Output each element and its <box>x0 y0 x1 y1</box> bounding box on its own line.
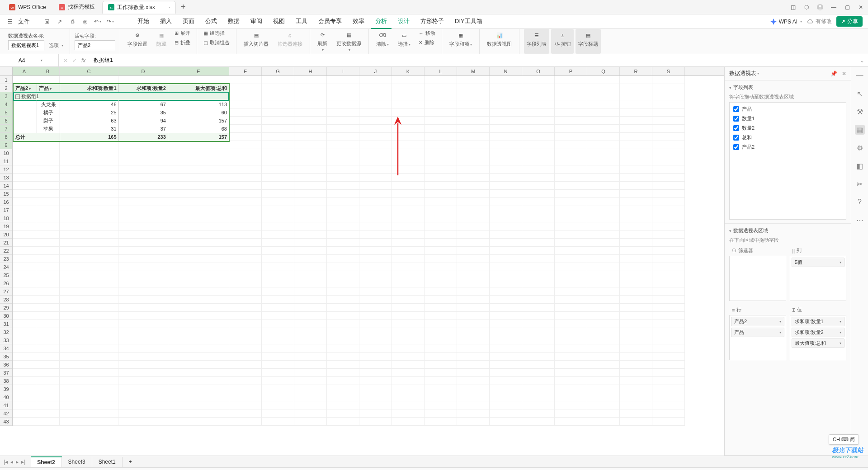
row-header[interactable]: 7 <box>0 125 12 133</box>
export-icon[interactable]: ↗ <box>55 17 64 26</box>
row-header[interactable]: 41 <box>0 401 12 409</box>
row-header[interactable]: 3 <box>0 92 12 100</box>
row-header[interactable]: 40 <box>0 393 12 401</box>
tab-template[interactable]: D 找稻壳模板 <box>53 1 100 14</box>
area-item[interactable]: 求和项:数量2▾ <box>792 328 845 337</box>
row-header[interactable]: 18 <box>0 214 12 222</box>
row-header[interactable]: 11 <box>0 157 12 165</box>
expand-button[interactable]: ⊞ 展开 <box>173 29 192 38</box>
sheet-last-icon[interactable]: ▸| <box>21 459 25 465</box>
area-item[interactable]: 产品▾ <box>731 328 784 337</box>
field-checkbox[interactable] <box>733 106 739 112</box>
undo-icon[interactable]: ↶▾ <box>93 17 102 26</box>
row-header[interactable]: 13 <box>0 174 12 182</box>
menu-tab-data[interactable]: 数据 <box>223 14 244 29</box>
col-header[interactable]: K <box>392 67 425 75</box>
close-panel-icon[interactable]: ✕ <box>842 70 846 77</box>
cursor-icon[interactable]: ↖ <box>855 89 865 99</box>
row-header[interactable]: 10 <box>0 149 12 157</box>
area-item[interactable]: 最大值项:总和▾ <box>792 338 845 348</box>
tab-wps-office[interactable]: W WPS Office <box>4 1 52 14</box>
col-header[interactable]: D <box>118 67 168 75</box>
spreadsheet[interactable]: ABCDEFGHIJKLMNOPQRS 12345678910111213141… <box>0 67 724 456</box>
col-header[interactable]: R <box>620 67 652 75</box>
row-header[interactable]: 19 <box>0 222 12 230</box>
col-header[interactable]: S <box>652 67 685 75</box>
row-header[interactable]: 5 <box>0 108 12 117</box>
refresh-button[interactable]: ⟳刷新▾ <box>315 29 330 54</box>
name-box-dropdown[interactable]: ▾ <box>41 58 42 62</box>
col-header[interactable]: I <box>327 67 359 75</box>
row-header[interactable]: 32 <box>0 328 12 336</box>
value-area[interactable]: 求和项:数量1▾求和项:数量2▾最大值项:总和▾ <box>790 315 847 360</box>
col-header[interactable]: G <box>262 67 294 75</box>
row-header[interactable]: 26 <box>0 279 12 287</box>
group-select-button[interactable]: ▦ 组选择 <box>202 29 231 38</box>
col-header[interactable]: P <box>555 67 587 75</box>
row-header[interactable]: 6 <box>0 117 12 125</box>
formula-input[interactable] <box>90 57 856 64</box>
row-header[interactable]: 36 <box>0 361 12 369</box>
col-header[interactable]: E <box>168 67 229 75</box>
row-header[interactable]: 29 <box>0 304 12 312</box>
close-icon[interactable]: ✕ <box>857 4 864 11</box>
menu-tab-view[interactable]: 视图 <box>269 14 289 29</box>
filter-area[interactable] <box>729 256 786 301</box>
col-header[interactable]: F <box>229 67 262 75</box>
pin-icon[interactable]: 📌 <box>830 70 837 77</box>
menu-tab-tools[interactable]: 工具 <box>291 14 312 29</box>
delete-button[interactable]: ✕ 删除 <box>417 38 437 47</box>
area-item[interactable]: 求和项:数量1▾ <box>792 317 845 326</box>
move-button[interactable]: ↔ 移动 <box>417 29 437 38</box>
row-header[interactable]: 17 <box>0 206 12 214</box>
collapse-sidebar-icon[interactable]: — <box>855 70 865 80</box>
col-header[interactable]: O <box>522 67 555 75</box>
row-area[interactable]: 产品2▾产品▾ <box>729 315 786 360</box>
field-list-button[interactable]: ☰字段列表 <box>524 29 549 54</box>
row-header[interactable]: 12 <box>0 165 12 174</box>
options-button[interactable]: 选项▾ <box>47 41 65 50</box>
field-checkbox[interactable] <box>733 116 739 122</box>
field-item[interactable]: 数量1 <box>731 114 844 123</box>
pivot-header-product2[interactable]: 产品2▾ <box>14 84 37 92</box>
row-header[interactable]: 42 <box>0 409 12 418</box>
row-header[interactable]: 24 <box>0 263 12 271</box>
pivot-group-cell[interactable]: −数据组1 <box>14 92 229 100</box>
row-header[interactable]: 28 <box>0 296 12 304</box>
box-icon[interactable]: ⬡ <box>803 4 810 11</box>
col-header[interactable]: L <box>425 67 457 75</box>
maximize-icon[interactable]: ▢ <box>844 4 851 11</box>
fields-items-button[interactable]: ▦字段和项▾ <box>447 29 475 54</box>
row-header[interactable]: 43 <box>0 418 12 426</box>
hamburger-icon[interactable]: ☰ <box>5 17 14 26</box>
cancel-fx-icon[interactable]: ✕ <box>63 57 68 64</box>
row-header[interactable]: 15 <box>0 190 12 198</box>
col-header[interactable]: N <box>490 67 522 75</box>
pivot-panel-icon[interactable]: ▦ <box>855 125 865 135</box>
column-area[interactable]: Σ值▾ <box>790 256 847 301</box>
pivot-name-input[interactable] <box>8 40 44 50</box>
field-checkbox[interactable] <box>733 125 739 131</box>
col-header[interactable]: Q <box>587 67 620 75</box>
col-header[interactable]: A <box>13 67 36 75</box>
clear-button[interactable]: ⌫清除▾ <box>373 29 392 54</box>
row-header[interactable]: 9 <box>0 141 12 149</box>
menu-tab-page[interactable]: 页面 <box>178 14 199 29</box>
sheet-tab-sheet3[interactable]: Sheet3 <box>62 457 92 467</box>
menu-tab-review[interactable]: 审阅 <box>246 14 267 29</box>
menu-tab-member[interactable]: 会员专享 <box>314 14 346 29</box>
field-setting-button[interactable]: ⚙字段设置 <box>125 29 150 54</box>
row-header[interactable]: 33 <box>0 336 12 344</box>
sheet-add-button[interactable]: + <box>123 457 138 467</box>
row-header[interactable]: 14 <box>0 182 12 190</box>
field-item[interactable]: 产品2 <box>731 142 844 152</box>
row-header[interactable]: 23 <box>0 255 12 263</box>
menu-tab-square[interactable]: 方形格子 <box>416 14 448 29</box>
share-button[interactable]: ↗ 分享 <box>836 16 863 27</box>
field-list[interactable]: 产品数量1数量2总和产品2 <box>729 102 846 220</box>
active-field-input[interactable] <box>75 40 115 50</box>
menu-tab-start[interactable]: 开始 <box>133 14 154 29</box>
menu-tab-efficiency[interactable]: 效率 <box>348 14 369 29</box>
area-item[interactable]: 产品2▾ <box>731 317 784 326</box>
col-header[interactable]: M <box>457 67 490 75</box>
